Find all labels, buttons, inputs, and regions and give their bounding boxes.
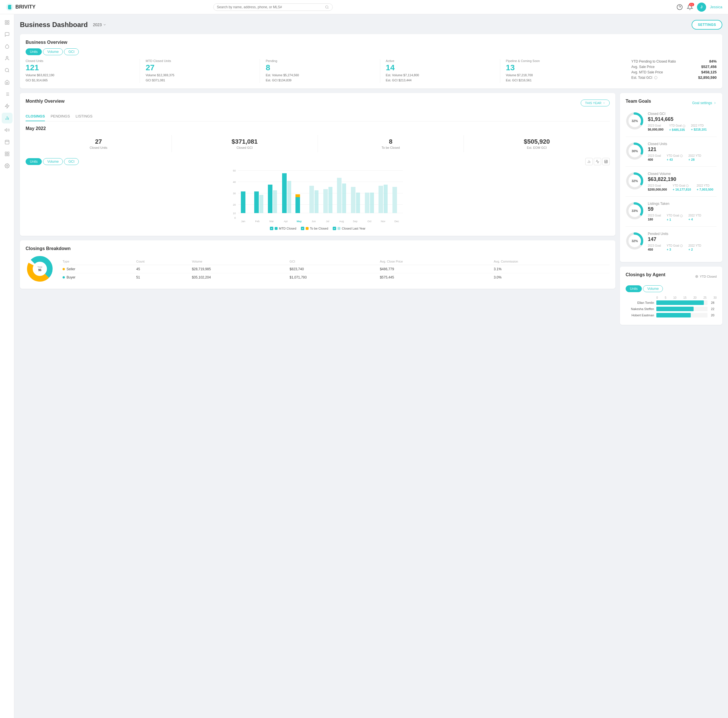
legend-mtd-checkbox[interactable] — [270, 227, 273, 230]
notifications-button[interactable]: 11 — [687, 4, 693, 10]
sidebar-item-tasks[interactable] — [2, 89, 12, 100]
svg-rect-5 — [5, 20, 6, 22]
user-name[interactable]: Jessica — [710, 5, 722, 9]
dashboard-icon — [5, 20, 10, 25]
svg-text:May: May — [297, 220, 302, 223]
chat-icon — [5, 32, 10, 37]
bar-sep-mtd — [351, 187, 355, 213]
chart-tab-gci[interactable]: GCI — [64, 158, 78, 165]
sidebar-item-marketing[interactable] — [2, 101, 12, 112]
sidebar-item-grid[interactable] — [2, 148, 12, 159]
svg-text:Sep: Sep — [353, 220, 358, 223]
closings-breakdown-card: Closings Breakdown Total 96 — [20, 240, 615, 289]
agent-bar-bg-hobert — [656, 313, 708, 317]
svg-point-10 — [5, 68, 9, 72]
bar-nov-ly — [384, 185, 388, 213]
user-avatar[interactable]: J — [697, 3, 706, 12]
tab-volume[interactable]: Volume — [43, 48, 63, 55]
line-chart-button[interactable] — [594, 158, 601, 165]
bar-jun-mtd — [309, 186, 314, 213]
svg-rect-26 — [5, 152, 6, 153]
info-icon-ytd-vol — [686, 184, 689, 187]
sidebar-item-leads[interactable] — [2, 41, 12, 52]
legend-cly-dot — [338, 227, 340, 230]
legend-to-be-closed[interactable]: To be Closed — [301, 227, 328, 230]
svg-text:20: 20 — [233, 204, 236, 206]
notification-badge: 11 — [689, 3, 694, 6]
info-icon-ytd — [682, 125, 685, 127]
settings-icon — [5, 163, 10, 168]
tab-gci[interactable]: GCI — [64, 48, 78, 55]
tab-units[interactable]: Units — [26, 48, 42, 55]
svg-text:Nov: Nov — [381, 220, 385, 223]
overview-stats-wrap: Closed Units 121 Volume $63,822,190GCI $… — [26, 59, 717, 83]
sidebar-item-chat[interactable] — [2, 29, 12, 40]
goal-ring-gci: 32% — [626, 112, 644, 130]
col-volume: Volume — [189, 258, 287, 265]
sidebar-item-campaigns[interactable] — [2, 125, 12, 135]
legend-closed-last-year[interactable]: Closed Last Year — [333, 227, 366, 230]
table-chart-button[interactable] — [602, 158, 610, 165]
search-bar[interactable] — [213, 3, 333, 11]
sidebar-item-properties[interactable] — [2, 77, 12, 87]
help-button[interactable] — [676, 4, 683, 10]
legend-mtd-closed[interactable]: MTD Closed — [270, 227, 296, 230]
sidebar — [0, 14, 14, 335]
table-icon — [604, 159, 608, 164]
chart-tab-group: Units Volume GCI — [26, 158, 79, 165]
chevron-down-year-icon — [603, 101, 606, 104]
chart-tab-volume[interactable]: Volume — [43, 158, 63, 165]
svg-text:Feb: Feb — [255, 220, 260, 223]
monthly-tab-pendings[interactable]: PENDINGS — [50, 112, 70, 121]
svg-text:10: 10 — [233, 212, 236, 215]
closings-by-agent-header: Closings by Agent YTD Closed — [626, 272, 717, 281]
goal-closed-units: 30% Closed Units 121 2023 Goal 400 YTD G… — [626, 142, 717, 167]
goal-settings-link[interactable]: Goal settings — [692, 101, 717, 105]
bar-chart-button[interactable] — [585, 158, 593, 165]
goal-ring-listings: 33% — [626, 202, 644, 220]
bar-apr-mtd — [282, 173, 287, 213]
main-content: Business Dashboard 2023 SETTINGS Busines… — [14, 14, 728, 335]
agent-bar-nakesha — [656, 307, 694, 311]
sidebar-item-contacts[interactable] — [2, 53, 12, 64]
nav-right: 11 J Jessica — [676, 3, 722, 12]
svg-text:Oct: Oct — [367, 220, 372, 223]
stat-pipeline: Pipeline & Coming Soon 13 Volume $7,218,… — [506, 59, 620, 83]
legend-cly-checkbox[interactable] — [333, 227, 336, 230]
col-avg-comm: Avg. Commission — [491, 258, 610, 265]
grid-icon — [5, 152, 10, 156]
settings-button[interactable]: SETTINGS — [691, 20, 722, 29]
agent-bar-ellan — [656, 300, 704, 305]
chart-tab-units[interactable]: Units — [26, 158, 42, 165]
this-year-button[interactable]: THIS YEAR — [581, 100, 610, 106]
monthly-tab-listings[interactable]: LISTINGS — [76, 112, 92, 121]
business-overview-title: Business Overview — [26, 40, 717, 45]
stat-mtd-closed: MTD Closed Units 27 Volume $12,369,375GC… — [145, 59, 260, 83]
sidebar-item-dashboard[interactable] — [2, 17, 12, 28]
legend-tbc-checkbox[interactable] — [301, 227, 304, 230]
monthly-chart: 50 40 30 20 10 0 Jan Feb — [26, 168, 610, 225]
search-input[interactable] — [217, 5, 324, 9]
monthly-tab-closings[interactable]: CLOSINGS — [26, 112, 45, 121]
sidebar-item-calendar[interactable] — [2, 136, 12, 147]
page-title: Business Dashboard — [20, 21, 88, 29]
bar-may-tbc — [295, 194, 300, 197]
sidebar-item-settings[interactable] — [2, 161, 12, 171]
agent-tab-units[interactable]: Units — [626, 285, 642, 292]
chart-icon — [5, 115, 10, 121]
goal-ring-units: 30% — [626, 142, 644, 160]
col-avg-close: Avg. Close Price — [377, 258, 491, 265]
right-stat-pending-ratio: YTD Pending to Closed Ratio 84% — [631, 59, 717, 63]
svg-rect-6 — [8, 20, 9, 22]
sidebar-item-reports[interactable] — [2, 113, 12, 124]
monthly-stat-est-eom: $505,920 Est. EOM GCI — [464, 135, 610, 152]
year-selector[interactable]: 2023 — [91, 21, 109, 28]
sidebar-item-search[interactable] — [2, 65, 12, 76]
bar-jul-ly — [329, 187, 332, 213]
donut-svg: Total 96 — [26, 255, 54, 283]
goal-closed-gci: 32% Closed GCI $1,914,665 2023 Goal $6,0… — [626, 112, 717, 136]
current-month-label: May 2022 — [26, 126, 610, 131]
agent-tab-volume[interactable]: Volume — [643, 285, 663, 292]
svg-marker-21 — [5, 129, 7, 132]
bar-nov-mtd — [378, 186, 383, 213]
